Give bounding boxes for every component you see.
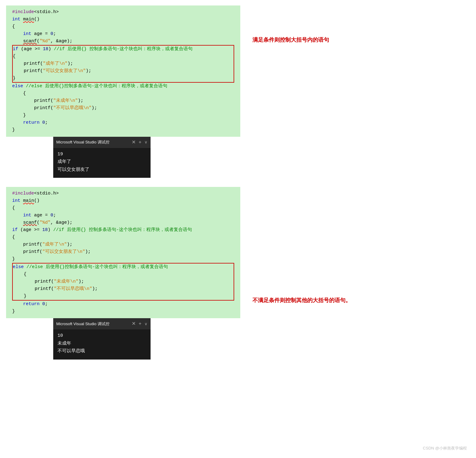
terminal-add-2[interactable]: + bbox=[139, 320, 141, 328]
code-line: scanf("%d", &age); bbox=[12, 38, 234, 45]
terminal-output-line: 未成年 bbox=[57, 340, 146, 348]
terminal-title-1: Microsoft Visual Studio 调试控 bbox=[56, 139, 129, 145]
code-line: scanf("%d", &age); bbox=[12, 219, 234, 226]
terminal-arrow-2[interactable]: ∨ bbox=[144, 321, 148, 327]
terminal-output-line: 不可以早恋哦 bbox=[57, 347, 146, 355]
code-line: { bbox=[12, 23, 234, 30]
highlight-else-block: else //else 后使用{}控制多条语句-这个块也叫：程序块，或者复合语句… bbox=[12, 263, 234, 301]
code-line: else //else 后使用{}控制多条语句-这个块也叫：程序块，或者复合语句 bbox=[12, 83, 234, 90]
annotation-2: 不满足条件则控制其他的大括号的语句。 bbox=[252, 296, 351, 305]
terminal-titlebar-1: Microsoft Visual Studio 调试控 ✕ + ∨ bbox=[53, 137, 151, 148]
terminal-1: Microsoft Visual Studio 调试控 ✕ + ∨ 19 成年了… bbox=[53, 137, 151, 178]
terminal-body-2: 10 未成年 不可以早恋哦 bbox=[53, 329, 151, 360]
code-line: int age = 0; bbox=[12, 30, 234, 38]
terminal-2: Microsoft Visual Studio 调试控 ✕ + ∨ 10 未成年… bbox=[53, 318, 151, 359]
code-line: { bbox=[13, 53, 234, 60]
code-line: int main() bbox=[12, 16, 234, 23]
code-line: int age = 0; bbox=[12, 212, 234, 219]
code-line: } bbox=[12, 126, 234, 134]
terminal-title-2: Microsoft Visual Studio 调试控 bbox=[56, 321, 129, 327]
terminal-output-line: 成年了 bbox=[57, 158, 146, 166]
code-line: printf("未成年\n"); bbox=[12, 97, 234, 105]
highlight-if-block: if (age >= 18) //if 后使用{} 控制多条语句-这个块也叫：程… bbox=[12, 45, 234, 83]
terminal-close-2[interactable]: ✕ bbox=[132, 320, 136, 328]
code-line: return 0; bbox=[12, 119, 234, 126]
code-line: printf("可以交女朋友了\n"); bbox=[12, 248, 234, 256]
code-line: printf("不可以早恋哦\n"); bbox=[12, 105, 234, 112]
code-line: } bbox=[12, 112, 234, 119]
code-line: int main() bbox=[12, 197, 234, 205]
code-line: return 0; bbox=[12, 301, 234, 308]
section2: #include<stdio.h> int main() { int age =… bbox=[0, 178, 476, 359]
code-line: if (age >= 18) //if 后使用{} 控制多条语句-这个块也叫：程… bbox=[12, 226, 234, 234]
code-line: if (age >= 18) //if 后使用{} 控制多条语句-这个块也叫：程… bbox=[13, 46, 234, 53]
code-block-2: #include<stdio.h> int main() { int age =… bbox=[6, 187, 240, 318]
annotation-text-2: 不满足条件则控制其他的大括号的语句。 bbox=[252, 297, 351, 303]
terminal-output-line: 19 bbox=[57, 150, 146, 158]
code-line: #include<stdio.h> bbox=[12, 9, 234, 16]
annotation-1: 满足条件则控制大括号内的语句 bbox=[252, 36, 329, 44]
terminal-body-1: 19 成年了 可以交女朋友了 bbox=[53, 148, 151, 178]
footer-text: CSDN @小林熬夜学编程 bbox=[423, 446, 467, 450]
code-area-2: #include<stdio.h> int main() { int age =… bbox=[6, 187, 240, 359]
section1: #include<stdio.h> int main() { int age =… bbox=[0, 0, 476, 178]
code-line: { bbox=[13, 271, 234, 278]
code-line: } bbox=[12, 308, 234, 315]
code-line: printf("可以交女朋友了\n"); bbox=[13, 67, 234, 75]
code-line: printf("成年了\n"); bbox=[12, 241, 234, 248]
terminal-titlebar-2: Microsoft Visual Studio 调试控 ✕ + ∨ bbox=[53, 318, 151, 329]
code-line: printf("成年了\n"); bbox=[13, 60, 234, 67]
footer: CSDN @小林熬夜学编程 bbox=[423, 445, 467, 452]
terminal-output-line: 10 bbox=[57, 332, 146, 340]
code-line: } bbox=[12, 256, 234, 263]
code-line: #include<stdio.h> bbox=[12, 190, 234, 197]
code-line: { bbox=[12, 234, 234, 241]
code-line: printf("不可以早恋哦\n"); bbox=[13, 285, 234, 293]
annotation-text-1: 满足条件则控制大括号内的语句 bbox=[252, 37, 329, 43]
code-line: else //else 后使用{}控制多条语句-这个块也叫：程序块，或者复合语句 bbox=[13, 263, 234, 271]
code-line: printf("未成年\n"); bbox=[13, 278, 234, 285]
terminal-close-1[interactable]: ✕ bbox=[132, 139, 136, 146]
code-area-1: #include<stdio.h> int main() { int age =… bbox=[6, 5, 240, 178]
code-block-1: #include<stdio.h> int main() { int age =… bbox=[6, 5, 240, 137]
code-line: } bbox=[13, 293, 234, 300]
terminal-add-1[interactable]: + bbox=[139, 139, 141, 146]
code-line: { bbox=[12, 90, 234, 97]
terminal-arrow-1[interactable]: ∨ bbox=[144, 139, 148, 145]
code-line: { bbox=[12, 205, 234, 212]
page: #include<stdio.h> int main() { int age =… bbox=[0, 0, 476, 458]
terminal-output-line: 可以交女朋友了 bbox=[57, 166, 146, 174]
code-line: } bbox=[13, 75, 234, 82]
